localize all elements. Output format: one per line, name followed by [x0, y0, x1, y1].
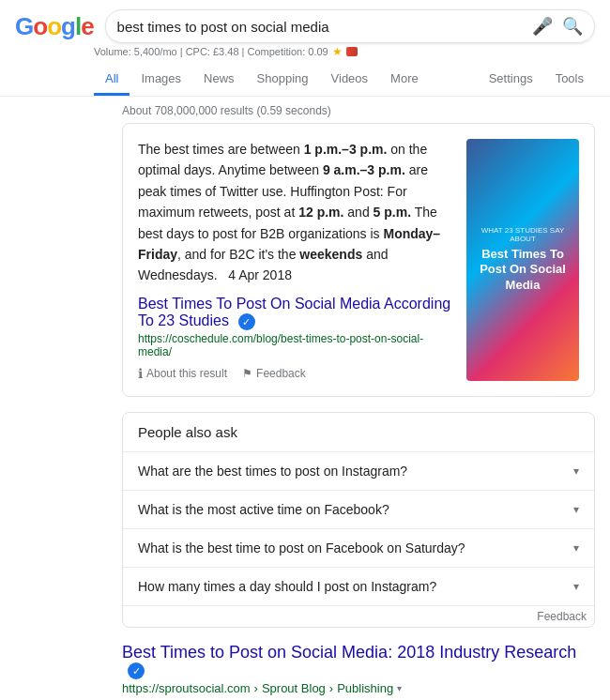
nav-right: Settings Tools	[478, 64, 595, 96]
tab-tools[interactable]: Tools	[544, 64, 595, 96]
tab-settings[interactable]: Settings	[478, 64, 544, 96]
image-title: Best Times To Post On Social Media	[474, 247, 572, 295]
header: Google best times to post on social medi…	[0, 0, 610, 43]
main-content: The best times are between 1 p.m.–3 p.m.…	[0, 123, 610, 700]
paa-item-3[interactable]: What is the best time to post on Faceboo…	[123, 529, 594, 568]
search-bar[interactable]: best times to post on social media 🎤 🔍	[105, 9, 595, 43]
competition-indicator	[346, 47, 358, 56]
paa-feedback-label: Feedback	[537, 610, 587, 623]
paa-feedback[interactable]: Feedback	[123, 606, 594, 627]
feedback-btn[interactable]: ⚑ Feedback	[242, 367, 306, 380]
tab-all[interactable]: All	[94, 64, 130, 96]
snippet-image: WHAT 23 STUDIES SAY ABOUT Best Times To …	[466, 139, 579, 381]
snippet-url: https://coschedule.com/blog/best-times-t…	[138, 332, 451, 358]
chevron-down-icon-3: ▾	[573, 541, 579, 555]
paa-box: People also ask What are the best times …	[122, 412, 595, 628]
snippet-title-link[interactable]: Best Times To Post On Social Media Accor…	[138, 296, 450, 328]
snippet-text: The best times are between 1 p.m.–3 p.m.…	[138, 139, 451, 286]
search-icon[interactable]: 🔍	[562, 16, 583, 37]
flag-icon: ⚑	[242, 367, 252, 380]
tab-images[interactable]: Images	[130, 64, 192, 96]
tab-news[interactable]: News	[192, 64, 246, 96]
paa-item-1[interactable]: What are the best times to post on Insta…	[123, 452, 594, 491]
result-url-1: https://sproutsocial.com › Sprout Blog ›…	[122, 681, 595, 695]
google-logo: Google	[15, 12, 94, 41]
snippet-actions: ℹ About this result ⚑ Feedback	[138, 366, 451, 381]
chevron-down-icon-4: ▾	[573, 580, 579, 593]
microphone-icon[interactable]: 🎤	[532, 16, 553, 37]
snippet-link[interactable]: Best Times To Post On Social Media Accor…	[138, 296, 451, 330]
info-icon: ℹ	[138, 366, 143, 381]
featured-snippet: The best times are between 1 p.m.–3 p.m.…	[122, 123, 595, 397]
volume-bar: Volume: 5,400/mo | CPC: £3.48 | Competit…	[0, 43, 610, 60]
image-subtitle: WHAT 23 STUDIES SAY ABOUT	[474, 226, 572, 243]
search-result-1: Best Times to Post on Social Media: 2018…	[122, 643, 595, 700]
url-dropdown-icon-1[interactable]: ▾	[397, 683, 402, 693]
result-link-1[interactable]: Best Times to Post on Social Media: 2018…	[122, 643, 576, 662]
paa-title: People also ask	[123, 413, 594, 452]
verified-badge-1: ✓	[128, 662, 145, 679]
paa-item-2[interactable]: What is the most active time on Facebook…	[123, 491, 594, 529]
result-title-1[interactable]: Best Times to Post on Social Media: 2018…	[122, 643, 595, 679]
search-input[interactable]: best times to post on social media	[117, 19, 525, 35]
results-count: About 708,000,000 results (0.59 seconds)	[0, 97, 610, 123]
tab-more[interactable]: More	[379, 64, 430, 96]
paa-item-4[interactable]: How many times a day should I post on In…	[123, 568, 594, 606]
nav-tabs: All Images News Shopping Videos More Set…	[0, 60, 610, 97]
chevron-down-icon-1: ▾	[573, 464, 579, 478]
verified-badge: ✓	[238, 313, 255, 330]
about-result-btn[interactable]: ℹ About this result	[138, 366, 227, 381]
star-icon: ★	[332, 45, 343, 58]
tab-videos[interactable]: Videos	[320, 64, 380, 96]
chevron-down-icon-2: ▾	[573, 503, 579, 516]
volume-text: Volume: 5,400/mo | CPC: £3.48 | Competit…	[94, 46, 328, 57]
tab-shopping[interactable]: Shopping	[246, 64, 320, 96]
